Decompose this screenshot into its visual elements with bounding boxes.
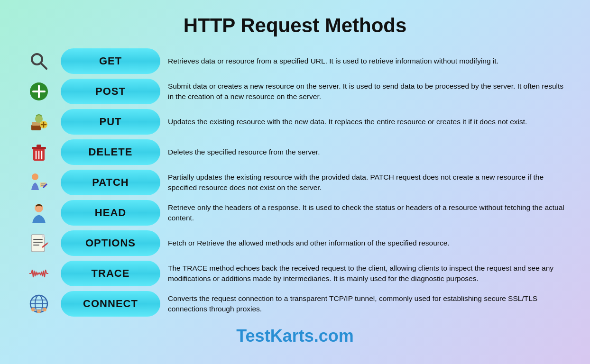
method-row-head: HEADRetrieve only the headers of a respo… [25,200,565,226]
options-icon [25,233,53,254]
method-row-post: POSTSubmit data or creates a new resourc… [25,79,565,104]
connect-icon [25,293,53,314]
get-icon [25,51,53,72]
method-row-put: PUTUpdates the existing resource with th… [25,109,565,135]
svg-rect-13 [37,145,41,147]
trace-icon [25,268,53,279]
method-row-delete: DELETEDeletes the specified resource fro… [25,139,565,165]
post-description: Submit data or creates a new resource on… [168,81,565,102]
svg-rect-23 [42,235,45,237]
svg-line-43 [46,270,46,273]
head-button[interactable]: HEAD [61,200,160,226]
post-button[interactable]: POST [61,79,160,104]
trace-button[interactable]: TRACE [61,261,160,286]
trace-description: The TRACE method echoes back the receive… [168,263,565,284]
connect-description: Converts the request connection to a tra… [168,293,565,315]
delete-description: Deletes the specified resource from the … [168,147,565,157]
patch-icon [25,172,53,193]
options-button[interactable]: OPTIONS [61,230,160,256]
delete-icon [25,142,53,163]
page-title: HTTP Request Methods [184,14,407,37]
delete-button[interactable]: DELETE [61,139,160,165]
post-icon [25,81,53,102]
method-row-connect: CONNECTConverts the request connection t… [25,291,565,317]
method-row-options: OPTIONSFetch or Retrieve the allowed met… [25,230,565,256]
method-row-patch: PATCHPartially updates the existing reso… [25,170,565,195]
brand-label: TestKarts.com [236,326,353,346]
method-row-get: GETRetrieves data or resource from a spe… [25,48,565,74]
patch-button[interactable]: PATCH [61,170,160,195]
svg-line-1 [41,63,46,69]
head-icon [25,202,53,223]
put-description: Updates the existing resource with the n… [168,117,565,127]
method-row-trace: TRACEThe TRACE method echoes back the re… [25,261,565,286]
head-description: Retrieve only the headers of a response.… [168,202,565,224]
methods-list: GETRetrieves data or resource from a spe… [25,48,565,317]
patch-description: Partially updates the existing resource … [168,172,565,193]
get-button[interactable]: GET [61,48,160,74]
put-icon [25,111,53,132]
connect-button[interactable]: CONNECT [61,291,160,317]
svg-point-17 [32,173,38,180]
get-description: Retrieves data or resource from a specif… [168,56,565,66]
put-button[interactable]: PUT [61,109,160,135]
options-description: Fetch or Retrieve the allowed methods an… [168,238,565,248]
